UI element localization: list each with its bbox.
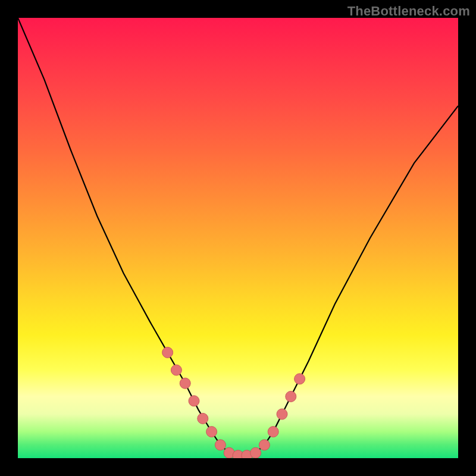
data-point: [206, 427, 217, 437]
watermark-text: TheBottleneck.com: [347, 4, 470, 19]
data-point: [277, 409, 287, 419]
data-point: [268, 427, 278, 437]
data-point: [295, 374, 305, 384]
data-point: [198, 413, 208, 424]
data-point: [250, 447, 261, 458]
data-point: [171, 365, 181, 375]
chart-frame: TheBottleneck.com: [0, 0, 476, 476]
chart-svg: [18, 18, 458, 458]
data-point: [259, 440, 270, 450]
plot-area: [18, 18, 458, 458]
data-point: [189, 396, 199, 406]
data-point: [286, 391, 296, 402]
bottleneck-curve-line: [18, 18, 458, 456]
data-point: [180, 378, 190, 389]
data-point: [162, 347, 173, 358]
data-point: [215, 440, 226, 450]
data-points-group: [162, 347, 305, 458]
